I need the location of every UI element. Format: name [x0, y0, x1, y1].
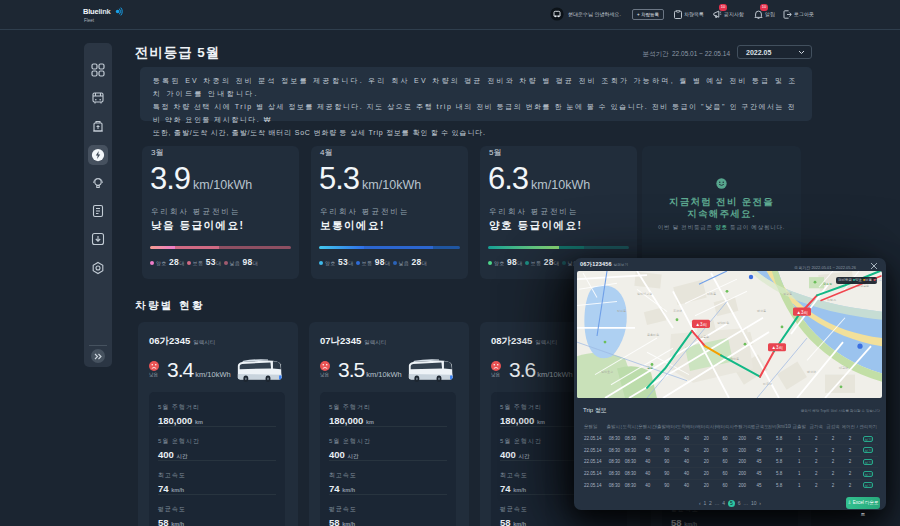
svg-text:대화동: 대화동: [707, 292, 716, 296]
svg-text:백석역: 백석역: [807, 370, 816, 374]
svg-text:일산서구청: 일산서구청: [637, 292, 652, 296]
svg-text:마두역: 마두역: [763, 382, 772, 386]
svg-text:주엽역: 주엽역: [673, 309, 682, 313]
svg-text:공원: 공원: [647, 366, 653, 370]
svg-text:장항동: 장항동: [783, 292, 792, 296]
svg-text:강선마을: 강선마을: [717, 321, 729, 325]
svg-text:백석동: 백석동: [757, 309, 766, 313]
svg-text:골프장: 골프장: [823, 282, 832, 286]
svg-text:대곡역: 대곡역: [839, 366, 848, 370]
svg-text:▲3회: ▲3회: [772, 345, 783, 350]
svg-text:킨텍스: 킨텍스: [827, 298, 836, 302]
svg-text:▲3회: ▲3회: [696, 322, 707, 327]
svg-text:일산호수: 일산호수: [601, 370, 613, 374]
svg-text:문촌마을: 문촌마을: [647, 333, 659, 337]
svg-text:▲3회: ▲3회: [797, 310, 808, 315]
svg-text:탄현동: 탄현동: [617, 309, 626, 313]
